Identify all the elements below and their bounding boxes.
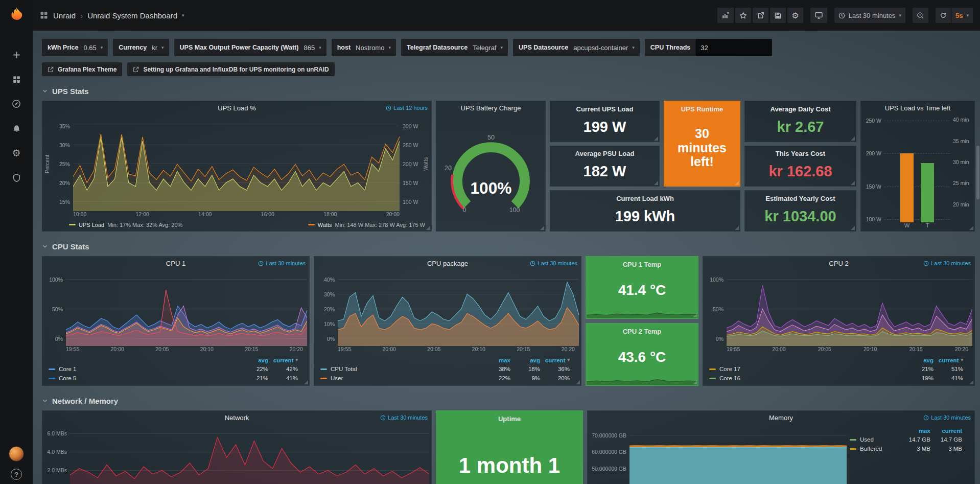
share-button[interactable]: [753, 8, 768, 23]
refresh-button[interactable]: [936, 8, 951, 23]
legend-series[interactable]: Buffered: [850, 446, 899, 452]
legend-col-max[interactable]: max: [481, 357, 510, 363]
panel-title[interactable]: UPS Load vs Time left: [861, 104, 974, 112]
panel-header[interactable]: Memory Last 30 minutes: [588, 411, 974, 424]
legend-header: max avg current▾: [320, 356, 570, 364]
grafana-logo[interactable]: [8, 5, 25, 22]
dashboard-grid-icon[interactable]: [40, 11, 48, 19]
axis-tick-label: 15%: [59, 199, 70, 205]
ts-y: 40 min35 min30 min25 min20 min: [950, 117, 972, 222]
legend: UPS Load Min: 17% Max: 32% Avg: 20% Watt…: [42, 220, 431, 231]
section-ups-stats[interactable]: UPS Stats: [42, 81, 975, 101]
legend-series[interactable]: Core 17: [709, 366, 904, 372]
panel-header[interactable]: CPU 2 Last 30 minutes: [703, 257, 974, 270]
panel-title[interactable]: Network: [42, 414, 431, 422]
cycle-view-button[interactable]: [810, 8, 827, 23]
legend-series[interactable]: Core 16: [709, 375, 904, 381]
panel-time-range-link[interactable]: Last 30 minutes: [530, 260, 577, 266]
variable-value-dropdown[interactable]: Nostromo▾: [353, 44, 396, 52]
sidebar-item-alerting[interactable]: [5, 119, 28, 138]
panel-title[interactable]: CPU 2 Temp: [586, 325, 698, 337]
panel-time-range-link[interactable]: Last 30 minutes: [380, 414, 428, 421]
legend-col-avg[interactable]: avg: [904, 357, 934, 363]
legend-series[interactable]: User: [320, 375, 481, 381]
section-network-memory[interactable]: Network / Memory: [42, 391, 975, 410]
scrollbar[interactable]: [976, 31, 980, 484]
variable-value-dropdown[interactable]: kr▾: [149, 44, 169, 52]
panel-title[interactable]: CPU 1 Temp: [586, 258, 698, 270]
legend-series[interactable]: CPU Total: [320, 366, 481, 372]
panel-title[interactable]: UPS Runtime: [664, 103, 740, 115]
caret-down-icon[interactable]: ▾: [182, 13, 184, 18]
link-grafana-plex-theme[interactable]: Grafana Plex Theme: [42, 62, 122, 76]
x-tick-label: 12:00: [136, 211, 149, 217]
breadcrumb-app[interactable]: Unraid: [53, 11, 76, 20]
save-button[interactable]: [770, 8, 786, 23]
sidebar-item-server-admin[interactable]: [5, 168, 28, 187]
section-cpu-stats[interactable]: CPU Stats: [42, 237, 975, 256]
panel-uptime: Uptime 1 month 1: [436, 410, 583, 484]
variable-value-dropdown[interactable]: Telegraf▾: [470, 44, 508, 52]
legend-item-ups-load[interactable]: UPS Load Min: 17% Max: 32% Avg: 20%: [69, 222, 182, 228]
legend-col-current[interactable]: current▾: [268, 357, 298, 363]
sidebar-item-configuration[interactable]: ⚙: [5, 143, 28, 163]
panel-title[interactable]: This Years Cost: [745, 148, 856, 160]
sidebar-item-explore[interactable]: [5, 94, 28, 113]
panel-header[interactable]: UPS Battery Charge: [436, 101, 545, 114]
memory-chart: 70.000000 GB60.000000 GB50.000000 GB: [588, 424, 847, 484]
panel-title[interactable]: UPS Battery Charge: [436, 104, 545, 112]
legend-series[interactable]: Core 1: [49, 366, 239, 372]
legend-col-avg[interactable]: avg: [510, 357, 540, 363]
zoom-out-button[interactable]: [913, 8, 928, 23]
refresh-interval-button[interactable]: 5s ▾: [951, 8, 973, 23]
axis-tick-label: 40%: [324, 276, 335, 283]
legend-col-current[interactable]: current: [930, 428, 962, 434]
breadcrumb-page[interactable]: Unraid System Dashboard: [87, 11, 177, 20]
sidebar-item-dashboards[interactable]: [5, 70, 28, 89]
user-avatar[interactable]: [9, 446, 24, 462]
panel-title[interactable]: Uptime: [436, 412, 582, 425]
legend-value: 38%: [481, 366, 510, 372]
legend-series[interactable]: Used: [850, 436, 899, 443]
variable-value-dropdown[interactable]: 865▾: [301, 44, 326, 52]
panel-header[interactable]: UPS Load % Last 12 hours: [42, 101, 431, 114]
legend-col-current[interactable]: current▾: [934, 357, 963, 363]
sidebar-item-help[interactable]: ?: [5, 469, 28, 480]
scrollbar-thumb[interactable]: [976, 146, 979, 199]
variable-label: Currency: [113, 44, 149, 51]
panel-time-range-link[interactable]: Last 30 minutes: [258, 260, 306, 266]
star-button[interactable]: [735, 8, 751, 23]
panel-time-range-link[interactable]: Last 12 hours: [386, 105, 428, 111]
panel-title[interactable]: UPS Load %: [42, 104, 431, 112]
panel-title[interactable]: Current UPS Load: [550, 103, 659, 115]
panel-header[interactable]: Network Last 30 minutes: [42, 411, 431, 424]
dashboard-scroll-area[interactable]: kWh Price 0.65▾ Currency kr▾ UPS Max Out…: [33, 31, 980, 484]
panel-time-range-link[interactable]: Last 30 minutes: [923, 260, 971, 266]
panel-header[interactable]: CPU package Last 30 minutes: [314, 257, 581, 270]
panel-time-range-link[interactable]: Last 30 minutes: [923, 414, 971, 421]
legend-col-current[interactable]: current▾: [540, 357, 570, 363]
panel-header[interactable]: UPS Load vs Time left: [861, 101, 974, 114]
caret-down-icon: ▾: [319, 45, 321, 50]
panel-title[interactable]: Average PSU Load: [550, 148, 659, 160]
panel-header[interactable]: CPU 1 Last 30 minutes: [42, 257, 309, 270]
panel-title[interactable]: Current Load kWh: [550, 192, 740, 204]
axis-tick-label: 30%: [59, 142, 70, 148]
add-panel-button[interactable]: [717, 8, 734, 23]
panel-title[interactable]: Average Daily Cost: [745, 103, 856, 115]
sidebar-item-create[interactable]: [5, 45, 28, 64]
panel-title[interactable]: Memory: [588, 414, 974, 422]
stat-value: 30 minutes left!: [664, 115, 740, 186]
cpu-threads-input[interactable]: [695, 39, 772, 56]
legend-item-watts[interactable]: Watts Min: 148 W Max: 278 W Avg: 175 W: [308, 222, 425, 228]
legend-col-max[interactable]: max: [899, 428, 930, 434]
variable-value-dropdown[interactable]: 0.65▾: [81, 44, 108, 52]
variable-value-dropdown[interactable]: apcupsd-container▾: [571, 44, 640, 52]
legend-col-avg[interactable]: avg: [239, 357, 268, 363]
legend-series[interactable]: Core 5: [49, 375, 239, 381]
panel-title[interactable]: Estimated Yearly Cost: [745, 192, 856, 204]
dashboard-settings-button[interactable]: ⚙: [787, 8, 803, 23]
bell-icon: [12, 124, 21, 133]
time-range-button[interactable]: Last 30 minutes ▾: [834, 8, 905, 23]
link-ups-monitoring-guide[interactable]: Setting up Grafana and InfluxDB for UPS …: [127, 62, 334, 76]
